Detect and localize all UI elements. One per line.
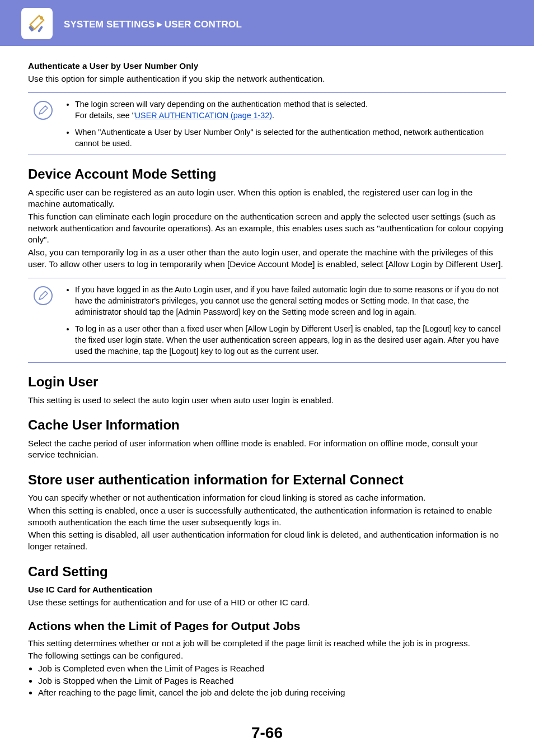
pencil-circle-icon bbox=[34, 101, 53, 120]
actions-option-0: Job is Completed even when the Limit of … bbox=[38, 663, 506, 675]
card-setting-sub: Use IC Card for Authentication bbox=[28, 584, 506, 596]
tools-icon bbox=[27, 13, 47, 34]
pencil-circle-icon bbox=[34, 286, 53, 305]
page-content: Authenticate a User by User Number Only … bbox=[0, 46, 534, 756]
note1-item-0-post: . bbox=[272, 111, 274, 120]
note2-item-0: If you have logged in as the Auto Login … bbox=[75, 284, 506, 318]
note-block-1: The login screen will vary depending on … bbox=[28, 92, 506, 155]
device-account-p3: Also, you can temporarily log in as a us… bbox=[28, 247, 506, 270]
svg-rect-2 bbox=[38, 26, 43, 32]
user-authentication-link[interactable]: USER AUTHENTICATION (page 1-32) bbox=[135, 111, 272, 120]
actions-options: Job is Completed even when the Limit of … bbox=[28, 663, 506, 699]
device-account-heading: Device Account Mode Setting bbox=[28, 165, 506, 183]
login-user-heading: Login User bbox=[28, 373, 506, 391]
cache-user-heading: Cache User Information bbox=[28, 416, 506, 434]
note-text: The login screen will vary depending on … bbox=[65, 97, 506, 149]
breadcrumb: SYSTEM SETTINGS►USER CONTROL bbox=[64, 19, 242, 30]
note1-item-1: When "Authenticate a User by User Number… bbox=[75, 127, 506, 149]
actions-option-2: After reaching to the page limit, cancel… bbox=[38, 687, 506, 699]
note-icon-cell bbox=[28, 283, 58, 357]
auth-user-number-title: Authenticate a User by User Number Only bbox=[28, 60, 506, 72]
login-user-p1: This setting is used to select the auto … bbox=[28, 395, 506, 407]
store-ext-p3: When this setting is disabled, all user … bbox=[28, 529, 506, 552]
page-number: 7-66 bbox=[28, 722, 506, 744]
note-block-2: If you have logged in as the Auto Login … bbox=[28, 278, 506, 363]
card-setting-heading: Card Setting bbox=[28, 563, 506, 581]
actions-p1: This setting determines whether or not a… bbox=[28, 638, 506, 650]
device-account-p1: A specific user can be registered as an … bbox=[28, 187, 506, 210]
store-ext-p2: When this setting is enabled, once a use… bbox=[28, 505, 506, 528]
store-ext-heading: Store user authentication information fo… bbox=[28, 471, 506, 489]
actions-p2: The following settings can be configured… bbox=[28, 650, 506, 662]
note1-item-0: The login screen will vary depending on … bbox=[75, 99, 506, 121]
note-text: If you have logged in as the Auto Login … bbox=[65, 283, 506, 357]
auth-user-number-desc: Use this option for simple authenticatio… bbox=[28, 73, 506, 85]
device-account-p2: This function can eliminate each login p… bbox=[28, 211, 506, 246]
cache-user-p1: Select the cache period of user informat… bbox=[28, 438, 506, 461]
note-icon-cell bbox=[28, 97, 58, 149]
store-ext-p1: You can specify whether or not authentic… bbox=[28, 492, 506, 504]
note2-item-1: To log in as a user other than a fixed u… bbox=[75, 323, 506, 357]
card-setting-p1: Use these settings for authentication an… bbox=[28, 597, 506, 609]
actions-option-1: Job is Stopped when the Limit of Pages i… bbox=[38, 675, 506, 687]
page-header: SYSTEM SETTINGS►USER CONTROL bbox=[0, 0, 534, 46]
actions-heading: Actions when the Limit of Pages for Outp… bbox=[28, 618, 506, 634]
header-icon bbox=[21, 8, 53, 39]
svg-point-1 bbox=[40, 16, 43, 20]
